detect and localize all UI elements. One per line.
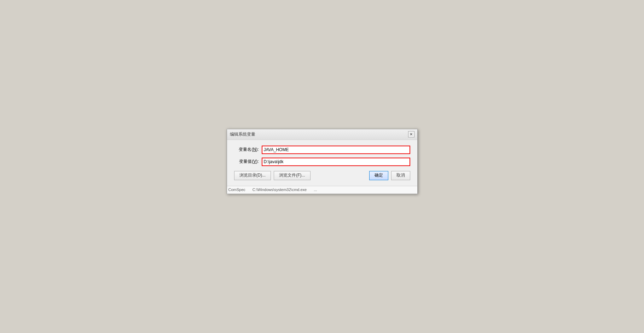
dialog-titlebar: 编辑系统变量 ✕: [227, 129, 417, 140]
left-buttons: 浏览目录(D)... 浏览文件(F)...: [234, 171, 311, 180]
ok-button[interactable]: 确定: [369, 171, 388, 180]
close-button[interactable]: ✕: [408, 131, 414, 137]
variable-name-row: 变量名(N):: [234, 145, 410, 154]
variable-value-input[interactable]: [262, 157, 410, 166]
edit-system-variable-dialog: 编辑系统变量 ✕ 变量名(N): 变量值(V): 浏览: [227, 129, 418, 194]
bottom-col2: C:\Windows\system32\cmd.exe: [253, 188, 307, 192]
bottom-col3: ...: [314, 188, 317, 192]
browse-file-button[interactable]: 浏览文件(F)...: [274, 171, 310, 180]
dialog-content: 变量名(N): 变量值(V): 浏览目录(D)... 浏览文件(F)... 确定: [227, 140, 417, 186]
value-shortcut: V: [253, 159, 256, 164]
right-buttons: 确定 取消: [369, 171, 410, 180]
bottom-bar: ComSpec C:\Windows\system32\cmd.exe ...: [227, 186, 417, 194]
variable-value-row: 变量值(V):: [234, 157, 410, 166]
bottom-col1: ComSpec: [228, 188, 245, 192]
dialog-title: 编辑系统变量: [230, 131, 255, 137]
variable-name-label: 变量名(N):: [234, 147, 259, 153]
browse-dir-button[interactable]: 浏览目录(D)...: [234, 171, 271, 180]
button-row: 浏览目录(D)... 浏览文件(F)... 确定 取消: [234, 171, 410, 182]
variable-value-label: 变量值(V):: [234, 159, 259, 165]
cancel-button[interactable]: 取消: [391, 171, 410, 180]
variable-name-input[interactable]: [262, 145, 410, 154]
overlay: 编辑系统变量 ✕ 变量名(N): 变量值(V): 浏览: [0, 0, 644, 333]
name-shortcut: N: [253, 147, 256, 152]
